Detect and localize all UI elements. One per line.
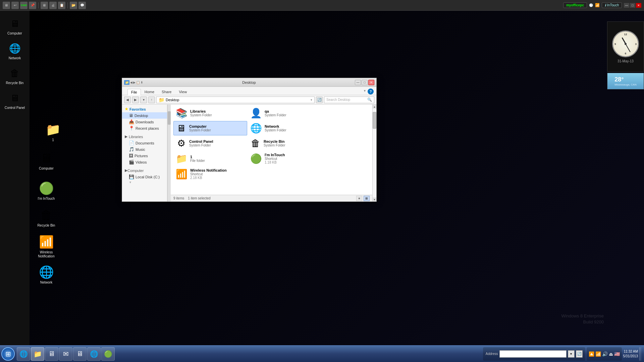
intouch-badge[interactable]: ℹ InTouch bbox=[602, 2, 622, 8]
sidebar-item-downloads[interactable]: 📥 Downloads bbox=[122, 119, 167, 125]
file-item-control-panel[interactable]: ⚙ Control Panel System Folder bbox=[173, 136, 247, 150]
address-dropdown-icon[interactable]: ▾ bbox=[311, 98, 312, 102]
tab-home[interactable]: Home bbox=[141, 88, 158, 95]
explorer-toolbar-icon1[interactable]: ◀ bbox=[130, 81, 132, 84]
detail-view-button[interactable]: ⊞ bbox=[364, 196, 370, 201]
toolbar-icon-1[interactable]: ↩ bbox=[11, 2, 19, 9]
taskbar-btn-3[interactable]: 🖥 bbox=[45, 347, 58, 361]
remote-minimize-button[interactable]: — bbox=[624, 3, 629, 8]
explorer-toolbar-icon4[interactable]: ⬇ bbox=[141, 81, 143, 84]
list-view-button[interactable]: ≡ bbox=[356, 196, 362, 201]
file-item-recycle-bin[interactable]: 🗑 Recycle Bin System Folder bbox=[248, 136, 322, 150]
ribbon-expand-icon[interactable]: ▼ bbox=[363, 89, 366, 93]
sidebar-more-indicator[interactable]: ▼ bbox=[122, 180, 167, 185]
sidebar-item-recent[interactable]: 📍 Recent places bbox=[122, 125, 167, 131]
local-disk-icon: 💾 bbox=[129, 174, 134, 179]
sidebar-item-documents[interactable]: 📄 Documents bbox=[122, 140, 167, 146]
explorer-toolbar-icon3[interactable]: 📋 bbox=[136, 81, 140, 84]
content-scrollbar[interactable]: ▲ ▼ bbox=[372, 105, 376, 201]
tray-network-icon[interactable]: 📶 bbox=[595, 351, 601, 357]
taskbar-btn-6[interactable]: 🌐 bbox=[87, 347, 101, 361]
sidebar-item-pictures[interactable]: 🖼 Pictures bbox=[122, 153, 167, 159]
toolbar-right: myofficepc 🕐 📶 ℹ InTouch — □ ✕ bbox=[563, 2, 641, 8]
network-desk-label: Network bbox=[40, 281, 53, 285]
file-item-libraries[interactable]: 📚 Libraries System Folder bbox=[173, 106, 247, 120]
toolbar-icon-chat[interactable]: 💬 bbox=[78, 2, 86, 9]
toolbar-icon-folder[interactable]: 📂 bbox=[70, 2, 77, 9]
file-item-qa[interactable]: 👤 qa System Folder bbox=[248, 106, 322, 120]
explorer-toolbar-icon2[interactable]: ▶ bbox=[133, 81, 136, 84]
scroll-down-button[interactable]: ▼ bbox=[373, 197, 376, 201]
start-button[interactable]: ⊞ bbox=[1, 347, 15, 361]
taskbar-intouch-button[interactable]: 🟢 bbox=[101, 347, 115, 361]
toolbar-icon-0[interactable]: 🖥 bbox=[3, 2, 10, 9]
tray-more-icon[interactable]: 🇺🇸 bbox=[614, 351, 620, 357]
explorer-close-button[interactable]: ✕ bbox=[368, 80, 374, 85]
scrollbar-track[interactable] bbox=[373, 109, 376, 197]
sidebar-item-desktop[interactable]: 🖥 Desktop bbox=[122, 112, 167, 119]
left-icon-control-panel[interactable]: 🖥 Control Panel bbox=[1, 88, 28, 113]
tray-expand-icon[interactable]: 🔼 bbox=[589, 351, 594, 357]
qa-file-name: qa bbox=[265, 109, 286, 113]
sidebar-item-videos[interactable]: 🎬 Videos bbox=[122, 159, 167, 165]
toolbar-icon-pin[interactable]: 📌 bbox=[29, 2, 36, 9]
toolbar-icon-cad[interactable]: CAD bbox=[20, 2, 28, 9]
sidebar-computer-header[interactable]: ▶ Computer bbox=[122, 167, 167, 174]
refresh-button[interactable]: 🔄 bbox=[316, 97, 323, 103]
file-item-wireless[interactable]: 📶 Wireless Notification Shortcut 2.18 KB bbox=[173, 167, 247, 181]
explorer-maximize-button[interactable]: □ bbox=[362, 80, 368, 85]
search-box[interactable]: Search Desktop 🔍 bbox=[324, 97, 374, 103]
recent-button[interactable]: ▾ bbox=[140, 97, 147, 103]
up-button[interactable]: ↑ bbox=[148, 97, 155, 103]
tab-share[interactable]: Share bbox=[158, 88, 175, 95]
remote-close-button[interactable]: ✕ bbox=[636, 3, 641, 8]
folder1-file-type: File folder bbox=[190, 159, 205, 163]
tab-view[interactable]: View bbox=[175, 88, 191, 95]
taskbar-explorer-button[interactable]: 📁 bbox=[31, 347, 44, 361]
explorer-minimize-button[interactable]: — bbox=[355, 80, 361, 85]
sidebar-scrollbar[interactable] bbox=[167, 105, 171, 201]
address-path[interactable]: 📁 Desktop ▾ bbox=[156, 97, 315, 103]
tab-file[interactable]: File bbox=[127, 89, 141, 95]
taskbar-ie-button[interactable]: 🌐 bbox=[17, 347, 30, 361]
sidebar-item-music[interactable]: 🎵 Music bbox=[122, 146, 167, 153]
file-item-computer[interactable]: 🖥 Computer System Folder bbox=[173, 121, 247, 135]
desktop-icon-computer[interactable]: 🖥 Computer bbox=[33, 150, 60, 172]
desktop-icon-recycle[interactable]: 🗑 Recycle Bin bbox=[33, 207, 60, 229]
desktop-icon-wireless[interactable]: 📶 Wireless Notification bbox=[33, 234, 60, 260]
left-icon-recycle-bin[interactable]: 🗑 Recycle Bin bbox=[1, 64, 28, 88]
toolbar-icon-print[interactable]: 🖨 bbox=[49, 2, 57, 9]
remote-maximize-button[interactable]: □ bbox=[630, 3, 635, 8]
left-icon-network[interactable]: 🌐 Network bbox=[1, 39, 28, 63]
toolbar-icon-monitor[interactable]: 🖥 bbox=[41, 2, 48, 9]
control-panel-icon: 🖥 bbox=[8, 91, 21, 105]
scroll-up-button[interactable]: ▲ bbox=[373, 105, 376, 109]
address-go-button[interactable]: ▾ bbox=[568, 350, 575, 358]
left-icon-computer[interactable]: 🖥 Computer bbox=[1, 14, 28, 38]
taskbar-date: 5/31/2013 bbox=[623, 354, 638, 359]
address-input[interactable] bbox=[499, 350, 567, 358]
file-item-imintouch[interactable]: 🟢 I'm InTouch Shortcut 1.18 KB bbox=[248, 151, 322, 166]
ribbon-help-button[interactable]: ? bbox=[368, 88, 374, 95]
file-item-network[interactable]: 🌐 Network System Folder bbox=[248, 121, 322, 135]
myofficepc-badge[interactable]: myofficepc bbox=[563, 2, 587, 8]
address-refresh-button[interactable]: 🔄 bbox=[576, 350, 583, 358]
toolbar-icon-clipboard[interactable]: 📋 bbox=[58, 2, 65, 9]
sidebar-favorites-header[interactable]: Favorites bbox=[122, 106, 167, 112]
imintouch-file-size: 1.18 KB bbox=[265, 161, 285, 164]
clock-tray[interactable]: 11:32 AM 5/31/2013 bbox=[623, 349, 638, 359]
taskbar-btn-5[interactable]: 🖥 bbox=[73, 347, 87, 361]
libraries-file-type: System Folder bbox=[190, 113, 212, 117]
sidebar-item-local-disk[interactable]: 💾 Local Disk (C:) bbox=[122, 174, 167, 180]
file-item-folder1[interactable]: 📁 1 File folder bbox=[173, 151, 247, 166]
sidebar-libraries-header[interactable]: ▶ Libraries bbox=[122, 133, 167, 140]
forward-button[interactable]: ▶ bbox=[132, 97, 139, 103]
desktop-icon-folder-1[interactable]: 📁 1 bbox=[40, 121, 66, 143]
desktop-icon-network[interactable]: 🌐 Network bbox=[33, 264, 60, 286]
taskbar-btn-4[interactable]: ✉ bbox=[59, 347, 72, 361]
show-desktop-button[interactable] bbox=[639, 347, 641, 361]
tray-volume-icon[interactable]: 🔊 bbox=[602, 351, 608, 357]
tray-safety-remove-icon[interactable]: ⏏ bbox=[609, 351, 613, 357]
back-button[interactable]: ◀ bbox=[124, 97, 131, 103]
desktop-icon-imintouch[interactable]: 🟢 I'm InTouch bbox=[33, 180, 60, 202]
